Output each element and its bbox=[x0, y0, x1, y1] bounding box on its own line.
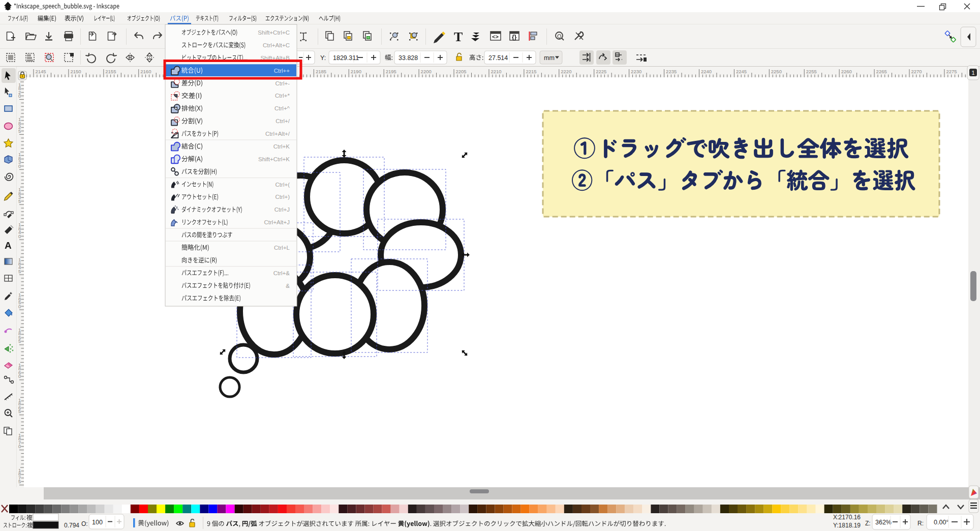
svg-text:2270: 2270 bbox=[911, 69, 922, 74]
svg-text:2205: 2205 bbox=[456, 69, 467, 74]
svg-text:Shift+Ctrl+K: Shift+Ctrl+K bbox=[258, 156, 290, 162]
svg-text:2155: 2155 bbox=[105, 69, 116, 74]
svg-text:Ctrl+L: Ctrl+L bbox=[274, 245, 290, 251]
svg-text:2255: 2255 bbox=[806, 69, 817, 74]
svg-text:Z:: Z: bbox=[865, 520, 871, 527]
svg-text:Ctrl+): Ctrl+) bbox=[275, 194, 290, 200]
svg-text:Ctrl+K: Ctrl+K bbox=[273, 143, 290, 150]
svg-text:R:: R: bbox=[917, 520, 924, 527]
svg-text:Ctrl+Alt+/: Ctrl+Alt+/ bbox=[265, 131, 290, 137]
svg-text:2240: 2240 bbox=[701, 69, 712, 74]
svg-text:2230: 2230 bbox=[631, 69, 641, 74]
svg-text:2275: 2275 bbox=[946, 69, 957, 74]
svg-text:5: 5 bbox=[18, 408, 21, 414]
svg-text:2195: 2195 bbox=[386, 69, 396, 74]
svg-text:2210: 2210 bbox=[491, 69, 502, 74]
svg-text:5: 5 bbox=[18, 198, 21, 204]
svg-text:Shift+Ctrl+C: Shift+Ctrl+C bbox=[258, 29, 290, 36]
svg-text:2190: 2190 bbox=[351, 69, 361, 74]
svg-text:Ctrl+&: Ctrl+& bbox=[273, 270, 290, 276]
svg-text:0: 0 bbox=[18, 373, 21, 379]
svg-text:Ctrl+/: Ctrl+/ bbox=[275, 118, 290, 124]
svg-text:2260: 2260 bbox=[841, 69, 852, 74]
svg-text:2160: 2160 bbox=[140, 69, 151, 74]
svg-text:5: 5 bbox=[18, 128, 21, 134]
svg-text:&: & bbox=[286, 283, 290, 289]
svg-text:1818.19: 1818.19 bbox=[839, 522, 861, 529]
svg-text:0: 0 bbox=[18, 444, 21, 449]
svg-text:Ctrl+^: Ctrl+^ bbox=[274, 105, 290, 111]
svg-text:2150: 2150 bbox=[70, 69, 81, 74]
svg-text:0: 0 bbox=[18, 233, 21, 239]
svg-text:Ctrl+Alt+C: Ctrl+Alt+C bbox=[263, 42, 290, 48]
svg-text:Y:: Y: bbox=[320, 54, 326, 62]
svg-text:2145: 2145 bbox=[36, 69, 46, 74]
svg-text:2220: 2220 bbox=[561, 69, 571, 74]
svg-text:5: 5 bbox=[18, 269, 21, 274]
svg-text:O:: O: bbox=[81, 520, 88, 527]
svg-text:362%: 362% bbox=[875, 519, 892, 526]
svg-text:1: 1 bbox=[971, 70, 974, 76]
svg-text:1829.311: 1829.311 bbox=[333, 54, 359, 62]
svg-text:2245: 2245 bbox=[736, 69, 747, 74]
svg-text:2185: 2185 bbox=[316, 69, 326, 74]
svg-text:0.00°: 0.00° bbox=[934, 519, 948, 526]
svg-text:2225: 2225 bbox=[596, 69, 606, 74]
svg-text:Ctrl+Alt+J: Ctrl+Alt+J bbox=[264, 219, 290, 225]
svg-text:2235: 2235 bbox=[666, 69, 677, 74]
svg-text:2170.16: 2170.16 bbox=[839, 514, 861, 521]
svg-text:0: 0 bbox=[18, 93, 21, 99]
svg-text:mm: mm bbox=[544, 54, 555, 62]
svg-text:33.828: 33.828 bbox=[399, 54, 418, 62]
svg-text:Ctrl+*: Ctrl+* bbox=[275, 93, 290, 99]
svg-text:0.794: 0.794 bbox=[64, 522, 79, 529]
svg-text:2265: 2265 bbox=[876, 69, 887, 74]
svg-text:2200: 2200 bbox=[421, 69, 432, 74]
svg-text:Ctrl+(: Ctrl+( bbox=[275, 182, 290, 188]
svg-text:Ctrl++: Ctrl++ bbox=[274, 68, 290, 74]
svg-text:0: 0 bbox=[18, 304, 21, 309]
svg-text:Ctrl+J: Ctrl+J bbox=[274, 206, 290, 213]
svg-text:5: 5 bbox=[18, 338, 21, 344]
svg-text:5: 5 bbox=[18, 479, 21, 484]
svg-text:2215: 2215 bbox=[526, 69, 536, 74]
svg-text:0: 0 bbox=[18, 163, 21, 169]
svg-text:Ctrl+-: Ctrl+- bbox=[275, 80, 290, 86]
svg-text:100: 100 bbox=[92, 519, 103, 526]
svg-text:2250: 2250 bbox=[771, 69, 782, 74]
svg-text:27.514: 27.514 bbox=[488, 54, 508, 62]
svg-text:Y:: Y: bbox=[833, 522, 839, 529]
